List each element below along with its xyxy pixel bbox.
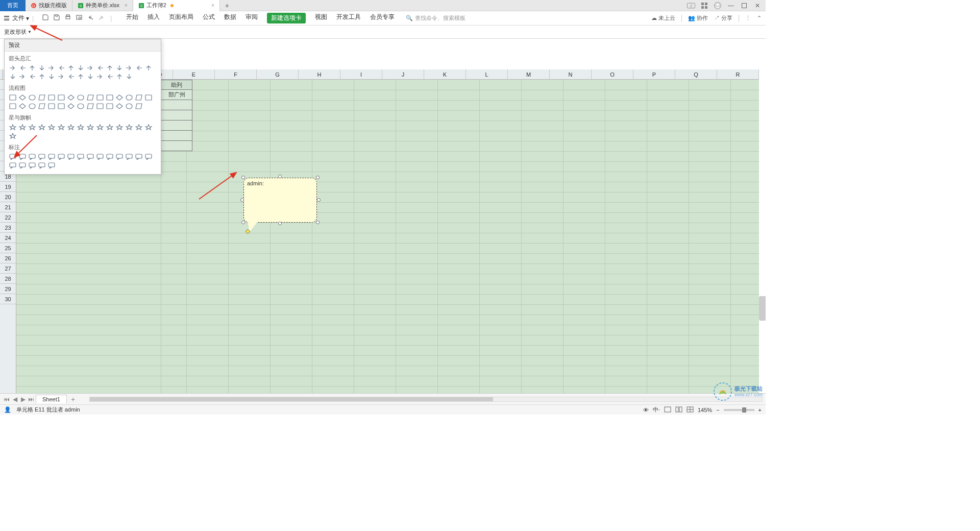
shape-option[interactable] [47, 73, 56, 80]
shape-option[interactable] [18, 103, 27, 110]
shape-option[interactable] [125, 103, 133, 110]
shape-option[interactable] [9, 64, 17, 71]
shape-option[interactable] [67, 64, 75, 71]
shape-option[interactable] [106, 103, 114, 110]
row-header[interactable]: 23 [0, 223, 16, 233]
shape-option[interactable] [47, 124, 56, 131]
zoom-slider[interactable] [724, 409, 754, 411]
shape-option[interactable] [125, 153, 133, 160]
row-header[interactable]: 29 [0, 284, 16, 294]
shape-option[interactable] [96, 103, 104, 110]
sheet-nav-prev[interactable]: ◀ [11, 396, 18, 403]
undo-icon[interactable] [87, 14, 94, 22]
shape-option[interactable] [96, 94, 104, 101]
shape-option[interactable] [57, 103, 65, 110]
more-icon[interactable]: ⋮ [745, 15, 751, 21]
shape-option[interactable] [67, 103, 75, 110]
user-icon[interactable] [714, 2, 722, 9]
grid-icon[interactable] [700, 2, 708, 9]
shape-option[interactable] [9, 103, 17, 110]
shape-option[interactable] [28, 73, 36, 80]
shape-option[interactable] [86, 64, 94, 71]
callout-shape[interactable]: admin: [241, 175, 320, 235]
shape-option[interactable] [67, 153, 75, 160]
shape-option[interactable] [57, 64, 65, 71]
row-header[interactable]: 19 [0, 182, 16, 192]
shape-option[interactable] [144, 153, 153, 160]
resize-handle[interactable] [316, 176, 320, 179]
col-header[interactable]: O [592, 69, 633, 79]
menu-layout[interactable]: 页面布局 [169, 13, 193, 23]
close-icon[interactable]: × [211, 3, 214, 8]
shape-option[interactable] [77, 103, 85, 110]
col-header[interactable]: R [717, 69, 759, 79]
cell-header[interactable]: 助列 [161, 80, 192, 90]
shape-option[interactable] [47, 64, 56, 71]
col-header[interactable]: L [466, 69, 508, 79]
shape-option[interactable] [115, 94, 124, 101]
col-header[interactable]: G [257, 69, 299, 79]
view-normal-icon[interactable] [664, 406, 671, 414]
sheet-nav-next[interactable]: ▶ [19, 396, 27, 403]
row-header[interactable]: 30 [0, 294, 16, 304]
chevron-up-icon[interactable]: ⌃ [757, 15, 762, 21]
shape-option[interactable] [106, 124, 114, 131]
shape-option[interactable] [28, 94, 36, 101]
shape-option[interactable] [18, 94, 27, 101]
row-header[interactable]: 20 [0, 192, 16, 202]
shape-option[interactable] [38, 124, 46, 131]
shape-option[interactable] [67, 73, 75, 80]
col-header[interactable]: H [299, 69, 340, 79]
shape-option[interactable] [67, 124, 75, 131]
shape-option[interactable] [86, 153, 94, 160]
sheet-tab-add[interactable]: + [68, 395, 78, 403]
shape-option[interactable] [135, 153, 143, 160]
menu-dev[interactable]: 开发工具 [336, 13, 361, 23]
minimize-icon[interactable]: — [727, 2, 735, 9]
redo-icon[interactable] [98, 14, 105, 22]
tab-home[interactable]: 首页 [0, 0, 26, 11]
sheet-tab-1[interactable]: Sheet1 [36, 395, 67, 403]
shape-option[interactable] [9, 94, 17, 101]
zoom-in[interactable]: + [758, 407, 762, 413]
col-header[interactable]: Q [675, 69, 717, 79]
shape-option[interactable] [77, 64, 85, 71]
shape-option[interactable] [125, 73, 133, 80]
share-button[interactable]: ↗ 分享 [714, 14, 732, 22]
shape-option[interactable] [77, 124, 85, 131]
cell[interactable] [161, 120, 192, 131]
shape-option[interactable] [77, 153, 85, 160]
side-panel-handle[interactable] [759, 296, 766, 321]
shape-option[interactable] [106, 73, 114, 80]
menu-view[interactable]: 视图 [315, 13, 327, 23]
shape-option[interactable] [47, 103, 56, 110]
shape-option[interactable] [115, 73, 124, 80]
eye-icon[interactable]: 👁 [643, 407, 649, 413]
cell[interactable] [161, 131, 192, 141]
view-page-icon[interactable] [675, 406, 682, 414]
shape-option[interactable] [47, 153, 56, 160]
tab-xlsx-2[interactable]: S 工作簿2 × [133, 0, 220, 11]
shape-option[interactable] [115, 103, 124, 110]
shape-option[interactable] [106, 64, 114, 71]
resize-handle[interactable] [317, 198, 321, 202]
shape-option[interactable] [135, 103, 143, 110]
select-all-corner[interactable] [0, 69, 3, 79]
shape-option[interactable] [115, 124, 124, 131]
menu-data[interactable]: 数据 [224, 13, 236, 23]
tab-add[interactable]: + [220, 2, 234, 10]
menu-formula[interactable]: 公式 [203, 13, 215, 23]
sheet-nav-first[interactable]: ⏮ [3, 396, 10, 403]
sheet-nav-last[interactable]: ⏭ [28, 396, 35, 403]
shape-option[interactable] [9, 124, 17, 131]
shape-option[interactable] [57, 124, 65, 131]
shape-option[interactable] [47, 162, 56, 169]
shape-option[interactable] [135, 94, 143, 101]
shape-option[interactable] [28, 64, 36, 71]
shape-option[interactable] [18, 73, 27, 80]
shape-option[interactable] [47, 94, 56, 101]
menu-start[interactable]: 开始 [126, 13, 138, 23]
save-as-icon[interactable] [53, 14, 60, 22]
menu-insert[interactable]: 插入 [148, 13, 160, 23]
shape-option[interactable] [135, 124, 143, 131]
